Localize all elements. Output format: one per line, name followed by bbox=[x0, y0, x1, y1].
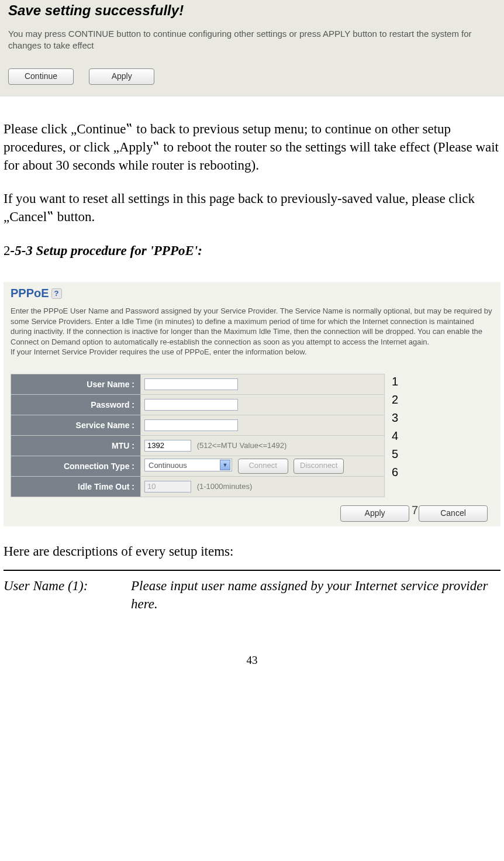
pppoe-form-area: User Name : Password : Service Name : MT… bbox=[11, 374, 493, 524]
service-name-label: Service Name : bbox=[11, 415, 141, 435]
continue-button[interactable]: Continue bbox=[8, 68, 74, 85]
pppoe-cancel-button[interactable]: Cancel bbox=[419, 505, 488, 522]
pppoe-panel: PPPoE ? Enter the PPPoE User Name and Pa… bbox=[4, 282, 500, 526]
password-input[interactable] bbox=[144, 399, 238, 411]
service-name-input[interactable] bbox=[144, 419, 238, 431]
table-row: MTU : (512<=MTU Value<=1492) bbox=[11, 435, 385, 456]
annotation-1: 1 bbox=[392, 373, 398, 391]
annotation-6: 6 bbox=[392, 463, 398, 481]
annotation-7: 7 bbox=[412, 504, 418, 517]
save-success-title: Save setting successfully! bbox=[8, 2, 496, 19]
description-row: User Name (1): Please input user name as… bbox=[0, 577, 504, 613]
annotation-column: 1 2 3 4 5 6 bbox=[392, 373, 398, 481]
connection-type-select[interactable]: Continuous ▼ bbox=[144, 459, 232, 471]
connection-type-value: Continuous bbox=[149, 461, 187, 470]
save-success-subtitle: You may press CONTINUE button to continu… bbox=[8, 28, 496, 51]
connection-type-label: Connection Type : bbox=[11, 456, 141, 476]
pppoe-description: Enter the PPPoE User Name and Password a… bbox=[11, 306, 493, 357]
section-heading: 2-5-3 Setup procedure for 'PPPoE': bbox=[0, 243, 504, 259]
annotation-2: 2 bbox=[392, 391, 398, 409]
mtu-input[interactable] bbox=[144, 440, 191, 452]
chevron-down-icon: ▼ bbox=[220, 460, 230, 470]
table-row: Connection Type : Continuous ▼ Connect D… bbox=[11, 456, 385, 476]
username-label: User Name : bbox=[11, 374, 141, 394]
pppoe-apply-button[interactable]: Apply bbox=[340, 505, 409, 522]
idle-timeout-input[interactable] bbox=[144, 481, 191, 493]
table-row: Service Name : bbox=[11, 415, 385, 435]
username-input[interactable] bbox=[144, 378, 238, 390]
table-row: User Name : bbox=[11, 374, 385, 394]
horizontal-rule bbox=[4, 570, 500, 571]
annotation-3: 3 bbox=[392, 409, 398, 427]
description-term: User Name (1): bbox=[4, 577, 131, 613]
apply-button[interactable]: Apply bbox=[89, 68, 154, 85]
mtu-hint: (512<=MTU Value<=1492) bbox=[197, 441, 287, 450]
page-number: 43 bbox=[0, 654, 504, 667]
pppoe-title-text: PPPoE bbox=[11, 287, 49, 300]
pppoe-form-table: User Name : Password : Service Name : MT… bbox=[11, 374, 385, 497]
descriptions-intro: Here are descriptions of every setup ite… bbox=[0, 544, 504, 559]
paragraph-1: Please click „Continue‟ to back to previ… bbox=[0, 120, 504, 174]
heading-num: 2 bbox=[4, 243, 11, 258]
paragraph-2: If you want to reset all settings in thi… bbox=[0, 190, 504, 226]
pppoe-title-row: PPPoE ? bbox=[11, 287, 493, 300]
password-label: Password : bbox=[11, 394, 141, 415]
annotation-4: 4 bbox=[392, 427, 398, 445]
heading-rest: -5-3 Setup procedure for 'PPPoE': bbox=[11, 243, 202, 258]
description-text: Please input user name assigned by your … bbox=[131, 577, 500, 613]
table-row: Password : bbox=[11, 394, 385, 415]
help-icon[interactable]: ? bbox=[51, 288, 62, 299]
mtu-label: MTU : bbox=[11, 435, 141, 456]
disconnect-button[interactable]: Disconnect bbox=[294, 459, 344, 474]
pppoe-bottom-buttons: Apply Cancel bbox=[11, 497, 493, 524]
annotation-5: 5 bbox=[392, 445, 398, 463]
connect-button[interactable]: Connect bbox=[238, 459, 288, 474]
idle-timeout-hint: (1-1000minutes) bbox=[197, 482, 253, 491]
save-success-panel: Save setting successfully! You may press… bbox=[0, 0, 504, 97]
idle-timeout-label: Idle Time Out : bbox=[11, 476, 141, 497]
table-row: Idle Time Out : (1-1000minutes) bbox=[11, 476, 385, 497]
